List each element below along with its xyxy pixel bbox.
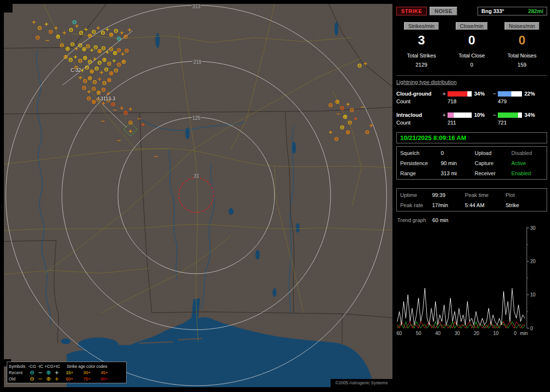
trend-x-unit-label: min: [520, 331, 528, 336]
ring-distance-label: 313: [192, 4, 201, 9]
strike-symbol: [64, 56, 68, 59]
map-corner-artifact: [4, 4, 13, 13]
ic-plus-pct: 10%: [473, 112, 491, 118]
trend-graph-header: Trend graph 60 min: [397, 217, 547, 223]
trend-x-tick-label: 30: [454, 331, 460, 336]
total-close-value: 0: [447, 62, 497, 68]
section-divider: [396, 75, 547, 76]
strike-symbol: [66, 47, 70, 51]
bearing-label: Bng 333°: [481, 8, 504, 14]
legend-age-code: 90+: [96, 377, 113, 381]
strike-symbol: [92, 100, 96, 104]
plus-sign: +: [441, 112, 448, 118]
total-strikes-label: Total Strikes: [396, 53, 447, 58]
squelch-label: Squelch: [400, 150, 441, 156]
legend-symbols-title: Symbols: [9, 364, 28, 369]
strike-symbol: [98, 50, 101, 53]
legend-row-label: Old: [9, 377, 28, 381]
strike-symbol: [108, 79, 111, 82]
ic-minus-pct: 34%: [523, 112, 541, 118]
rate-values: 3 0 0: [396, 30, 547, 48]
legend-col-nic: -IC: [36, 364, 44, 369]
map-svg[interactable]: 31321912531 C-32I-3113-3: [4, 4, 392, 387]
trend-x-tick-label: 60: [396, 331, 402, 336]
legend-row: Old60+75+90+: [9, 376, 125, 382]
close-per-min-value: 0: [447, 33, 497, 48]
legend-symbol-m: [36, 370, 44, 376]
lightning-map[interactable]: 31321912531 C-32I-3113-3 Symbols -CG -IC…: [4, 4, 392, 387]
bearing-value: 282mi: [528, 8, 543, 14]
legend-symbol-p: [53, 370, 61, 376]
cg-plus-bar: [448, 91, 472, 97]
trend-y-tick-label: 30: [530, 225, 536, 231]
noise-indicator[interactable]: NOISE: [430, 7, 457, 15]
bearing-box: Bng 333° 282mi: [478, 7, 547, 15]
datetime-box: 10/21/2025 8:09:16 AM: [396, 132, 547, 143]
cg-count-label: Count: [396, 98, 441, 104]
capture-label: Capture: [475, 160, 511, 166]
cg-minus-pct: 22%: [523, 91, 541, 97]
ic-minus-count: 721: [498, 120, 523, 126]
ic-minus-bar: [498, 112, 522, 118]
uptime-label: Uptime: [400, 192, 432, 198]
trend-window-value: 60 min: [433, 217, 449, 223]
strike-symbol: [88, 77, 92, 80]
cg-minus-count: 479: [498, 98, 523, 104]
upload-value: Disabled: [511, 150, 541, 156]
peak-time-label: Peak time: [465, 192, 506, 198]
legend-age-code: 30+: [78, 370, 96, 375]
cg-plus-pct: 34%: [473, 91, 491, 97]
strike-indicator[interactable]: STRIKE: [396, 7, 427, 15]
indicator-row: STRIKE NOISE Bng 333° 282mi: [396, 7, 547, 15]
strike-symbol: [110, 72, 113, 75]
total-noises-label: Total Noises: [497, 53, 547, 58]
trend-graph: 30201006050403020100min: [396, 224, 547, 338]
ic-count-label: Count: [396, 120, 441, 126]
trend-series: [397, 288, 525, 325]
stats-box: Uptime 99:39 Peak time Plot Peak rate 17…: [396, 188, 547, 211]
storm-cell-label: C-32: [71, 68, 81, 73]
capture-value: Active: [511, 160, 541, 166]
receiver-label: Receiver: [475, 170, 511, 176]
legend-col-ncg: -CG: [28, 364, 36, 369]
noises-per-min-value: 0: [497, 33, 547, 48]
strike-symbol: [103, 58, 106, 62]
minus-sign: −: [491, 91, 498, 97]
ring-distance-label: 219: [193, 59, 202, 65]
legend-symbol-cm: [28, 376, 36, 382]
trend-x-tick-label: 0: [514, 331, 517, 336]
upload-label: Upload: [475, 150, 511, 156]
plus-sign: +: [441, 91, 448, 97]
total-noises-value: 159: [497, 62, 547, 68]
strike-symbol: [110, 33, 113, 37]
distribution-title: Lightning type distribution: [396, 79, 547, 85]
noises-per-min-chip[interactable]: Noises/min: [505, 22, 539, 30]
copyright-text: ©2005 Astrogenic Systems: [331, 379, 392, 387]
squelch-value: 0: [441, 150, 475, 156]
settings-box: Squelch 0 Upload Disabled Persistence 90…: [396, 146, 547, 180]
close-per-min-chip[interactable]: Close/min: [456, 22, 488, 30]
app-window: 31321912531 C-32I-3113-3 Symbols -CG -IC…: [0, 0, 550, 392]
distribution-table: Cloud-ground + 34% − 22% Count 718 479 I…: [396, 91, 547, 126]
minus-sign: −: [491, 112, 498, 118]
strikes-per-min-chip[interactable]: Strikes/min: [404, 22, 439, 30]
range-label: Range: [400, 170, 441, 176]
persistence-label: Persistence: [400, 160, 441, 166]
strike-symbol: [97, 91, 101, 95]
trend-x-tick-label: 10: [493, 331, 499, 336]
total-close-label: Total Close: [447, 53, 497, 58]
persistence-value: 90 min: [441, 160, 475, 166]
status-panel: STRIKE NOISE Bng 333° 282mi Strikes/min …: [396, 4, 547, 388]
strike-symbol: [57, 35, 60, 39]
legend-row-label: Recent: [9, 370, 28, 375]
storm-cell-label: I-3113-3: [98, 96, 116, 101]
legend-symbol-m: [36, 376, 44, 382]
legend-symbol-cp: [44, 376, 53, 382]
map-legend: Symbols -CG -IC +CG +IC Strike age color…: [7, 362, 127, 383]
strike-symbol: [84, 56, 87, 60]
range-value: 313 mi: [441, 170, 475, 176]
legend-symbol-cp: [44, 370, 53, 376]
trend-y-tick-label: 10: [530, 292, 536, 297]
cg-plus-count: 718: [448, 98, 473, 104]
strike-symbol: [83, 48, 86, 51]
